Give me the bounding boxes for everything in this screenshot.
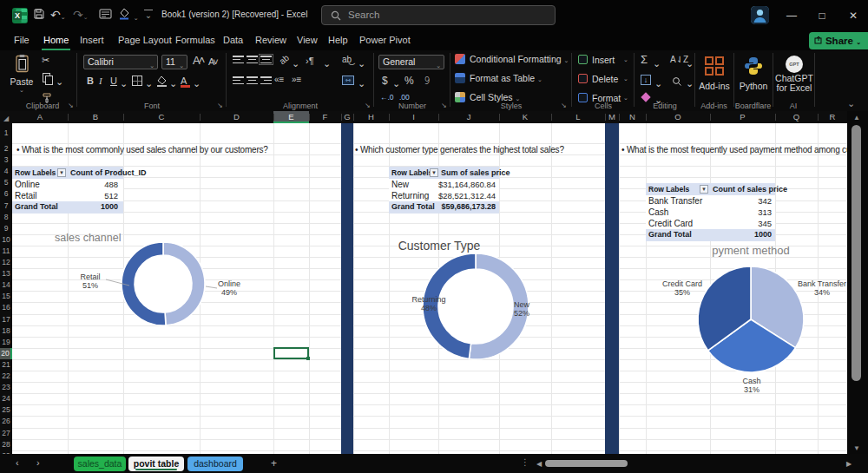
copy-icon[interactable] — [43, 73, 50, 82]
column-header-C[interactable]: C — [123, 111, 200, 123]
add-sheet-button[interactable]: + — [271, 457, 277, 470]
menu-tab-help[interactable]: Help — [326, 31, 350, 50]
row-header-7[interactable]: 7 — [0, 200, 12, 212]
menu-tab-power-pivot[interactable]: Power Pivot — [358, 31, 412, 50]
number-dialog-launcher-icon[interactable]: ↘ — [441, 102, 447, 109]
decrease-decimal-icon[interactable]: .00 — [399, 91, 410, 103]
increase-font-icon[interactable]: A˄ — [193, 55, 203, 67]
align-middle-icon[interactable] — [247, 56, 258, 63]
row-header-6[interactable]: 6 — [0, 188, 12, 200]
autosum-icon[interactable]: Σ — [641, 54, 648, 66]
selected-cell[interactable] — [273, 347, 309, 359]
row-header-19[interactable]: 19 — [0, 337, 12, 348]
underline-icon[interactable]: U — [110, 75, 117, 87]
select-all-icon[interactable]: ◢ — [3, 115, 9, 122]
column-header-D[interactable]: D — [200, 111, 273, 123]
column-header-A[interactable]: A — [12, 111, 68, 123]
collapse-ribbon-icon[interactable]: ⌄ — [847, 97, 855, 109]
row-header-4[interactable]: 4 — [0, 166, 12, 177]
row-header-13[interactable]: 13 — [0, 268, 12, 279]
align-center-icon[interactable] — [247, 76, 258, 84]
paste-button[interactable]: Paste⌄ — [7, 54, 36, 101]
bold-icon[interactable]: B — [87, 75, 94, 87]
menu-tab-page-layout[interactable]: Page Layout — [116, 31, 174, 50]
search-input[interactable]: Search — [321, 5, 556, 25]
column-header-O[interactable]: O — [646, 111, 710, 123]
row-header-11[interactable]: 11 — [0, 246, 12, 257]
row-header-14[interactable]: 14 — [0, 279, 12, 291]
column-header-R[interactable]: R — [818, 111, 847, 123]
column-header-F[interactable]: F — [309, 111, 341, 123]
menu-tab-view[interactable]: View — [295, 31, 319, 50]
comma-icon[interactable]: 𝟿 — [424, 75, 431, 87]
column-header-Q[interactable]: Q — [775, 111, 818, 123]
column-header-G[interactable]: G — [341, 111, 353, 123]
text-direction-icon[interactable]: ›¶ — [306, 55, 314, 67]
row-header-3[interactable]: 3 — [0, 154, 12, 166]
tabs-scroll-left-icon[interactable]: ‹ — [16, 457, 19, 468]
filter-dropdown-icon[interactable]: ▼ — [430, 168, 438, 177]
row-header-18[interactable]: 18 — [0, 325, 12, 337]
excel-logo-icon[interactable]: X — [12, 8, 28, 23]
column-header-L[interactable]: L — [551, 111, 605, 123]
orientation-icon[interactable]: ab — [277, 52, 293, 68]
menu-tab-insert[interactable]: Insert — [78, 31, 106, 50]
row-header-10[interactable]: 10 — [0, 234, 12, 246]
currency-icon[interactable]: $ — [382, 75, 388, 87]
row-header-28[interactable]: 28 — [0, 439, 12, 450]
align-top-icon[interactable] — [233, 56, 244, 63]
row-header-27[interactable]: 27 — [0, 428, 12, 439]
row-header-8[interactable]: 8 — [0, 212, 12, 223]
chart-pyment-method[interactable]: pyment methodBank Transfer34%Cash31%Cred… — [662, 244, 846, 394]
chatgpt-button[interactable]: GPTChatGPTfor Excel — [774, 54, 814, 102]
filter-dropdown-icon[interactable]: ▼ — [700, 185, 708, 194]
column-header-J[interactable]: J — [438, 111, 499, 123]
column-header-H[interactable]: H — [353, 111, 389, 123]
align-right-icon[interactable] — [260, 76, 272, 84]
add-ins-button[interactable]: Add-ins — [696, 54, 733, 99]
row-header-12[interactable]: 12 — [0, 257, 12, 268]
merge-center-icon[interactable]: ⇿ — [342, 76, 354, 85]
decrease-indent-icon[interactable]: «≡ — [274, 74, 284, 86]
menu-tab-formulas[interactable]: Formulas — [174, 31, 217, 50]
row-header-15[interactable]: 15 — [0, 291, 12, 302]
undo-icon[interactable]: ↶⌄ — [50, 7, 66, 25]
save-icon[interactable] — [33, 8, 45, 24]
menu-tab-file[interactable]: File — [12, 31, 31, 50]
wrap-text-icon[interactable]: ab͜ — [342, 54, 352, 66]
clear-icon[interactable] — [641, 92, 650, 102]
clipboard-dialog-launcher-icon[interactable]: ↘ — [68, 102, 74, 109]
filter-dropdown-icon[interactable]: ▼ — [57, 168, 66, 177]
scroll-up-icon[interactable]: ▲ — [853, 114, 860, 122]
row-header-22[interactable]: 22 — [0, 371, 12, 382]
row-header-24[interactable]: 24 — [0, 393, 12, 404]
row-header-2[interactable]: 2 — [0, 143, 12, 154]
row-header-26[interactable]: 26 — [0, 416, 12, 427]
vscroll-thumb[interactable] — [852, 125, 861, 381]
row-header-21[interactable]: 21 — [0, 359, 12, 371]
column-header-E[interactable]: E — [273, 111, 309, 123]
row-header-16[interactable]: 16 — [0, 302, 12, 313]
avatar[interactable] — [751, 6, 769, 24]
redo-icon[interactable]: ↷⌄ — [73, 7, 89, 25]
share-button[interactable]: Share ⌄ — [809, 32, 868, 49]
percent-icon[interactable]: % — [404, 75, 414, 87]
tabs-scroll-right-icon[interactable]: › — [36, 457, 40, 468]
row-header-9[interactable]: 9 — [0, 223, 12, 234]
row-header-1[interactable]: 1 — [0, 123, 12, 143]
ribbon-options-icon[interactable]: ⌄ — [144, 10, 153, 23]
column-header-M[interactable]: M — [605, 111, 619, 123]
fill-color-icon[interactable] — [156, 75, 168, 86]
column-header-I[interactable]: I — [389, 111, 438, 123]
font-name-select[interactable]: Calibri⌄ — [83, 55, 158, 69]
increase-decimal-icon[interactable]: ←.0 — [380, 91, 394, 103]
sheet-tab-sales_data[interactable]: sales_data — [74, 457, 126, 471]
column-header-B[interactable]: B — [68, 111, 123, 123]
align-left-icon[interactable] — [233, 76, 244, 84]
column-header-P[interactable]: P — [710, 111, 775, 123]
row-header-25[interactable]: 25 — [0, 404, 12, 416]
font-color-icon[interactable]: A — [181, 75, 187, 87]
font-dialog-launcher-icon[interactable]: ↘ — [217, 102, 223, 109]
close-button[interactable]: ✕ — [838, 0, 868, 31]
fill-handle[interactable] — [306, 357, 310, 360]
